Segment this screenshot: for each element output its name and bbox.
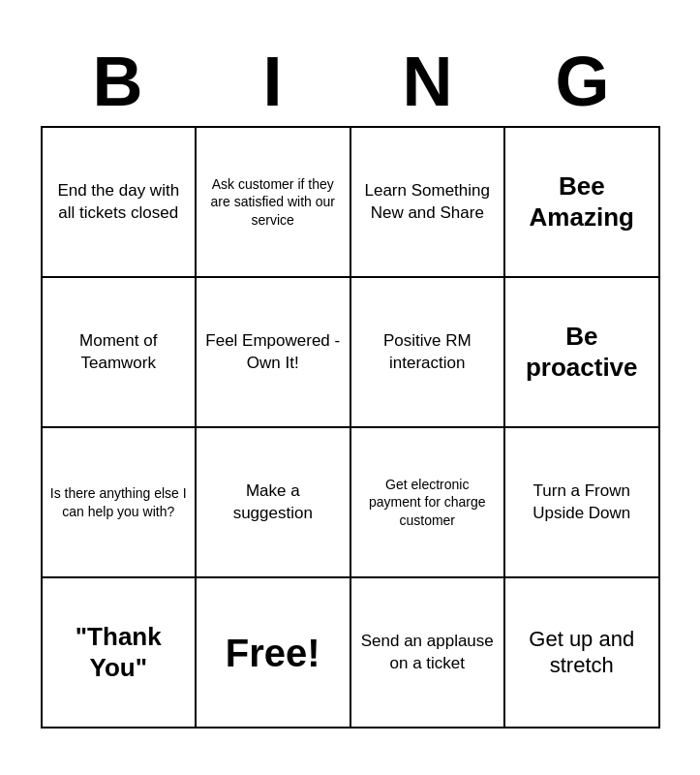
bingo-cell-r2-c4: Be proactive <box>505 278 660 428</box>
bingo-cell-r2-c3: Positive RM interaction <box>351 278 506 428</box>
bingo-cell-r1-c1: End the day with all tickets closed <box>43 128 198 278</box>
header-letter-g: G <box>505 37 660 126</box>
bingo-header: BING <box>41 37 660 126</box>
bingo-cell-r4-c1: "Thank You" <box>43 578 198 728</box>
bingo-cell-r2-c1: Moment of Teamwork <box>43 278 198 428</box>
header-letter-i: I <box>196 37 350 126</box>
bingo-card: BING End the day with all tickets closed… <box>21 27 680 748</box>
bingo-cell-r4-c4: Get up and stretch <box>505 578 660 728</box>
bingo-cell-r1-c2: Ask customer if they are satisfied with … <box>197 128 351 278</box>
header-letter-n: N <box>350 37 505 126</box>
bingo-cell-r4-c2: Free! <box>197 578 351 728</box>
bingo-cell-r4-c3: Send an applause on a ticket <box>351 578 506 728</box>
bingo-grid: End the day with all tickets closedAsk c… <box>41 126 660 728</box>
bingo-cell-r1-c3: Learn Something New and Share <box>351 128 506 278</box>
bingo-cell-r3-c4: Turn a Frown Upside Down <box>505 428 660 578</box>
bingo-cell-r3-c2: Make a suggestion <box>197 428 351 578</box>
header-letter-b: B <box>41 37 196 126</box>
bingo-cell-r3-c1: Is there anything else I can help you wi… <box>43 428 198 578</box>
bingo-cell-r2-c2: Feel Empowered - Own It! <box>197 278 351 428</box>
bingo-cell-r1-c4: Bee Amazing <box>505 128 660 278</box>
bingo-cell-r3-c3: Get electronic payment for charge custom… <box>351 428 506 578</box>
